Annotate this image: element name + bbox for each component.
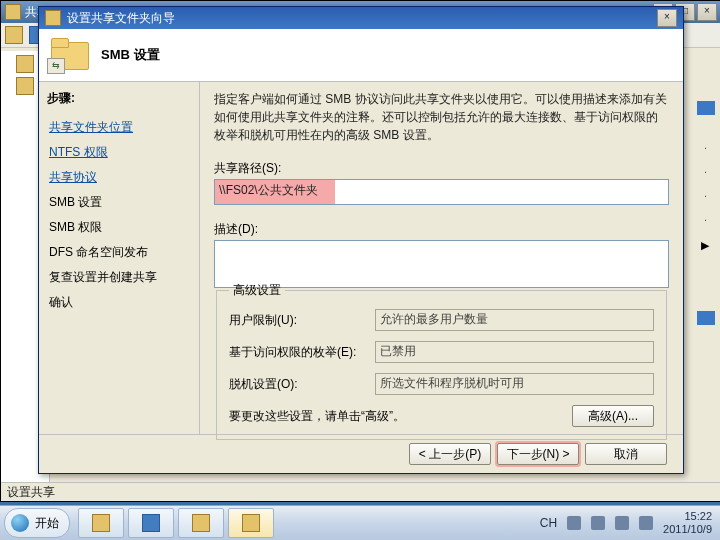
windows-orb-icon — [11, 514, 29, 532]
offline-value: 所选文件和程序脱机时可用 — [375, 373, 654, 395]
step-share-protocol[interactable]: 共享协议 — [47, 165, 195, 190]
action-dot: . — [704, 139, 707, 151]
offline-label: 脱机设置(O): — [229, 376, 369, 393]
abe-label: 基于访问权限的枚举(E): — [229, 344, 369, 361]
step-share-location[interactable]: 共享文件夹位置 — [47, 115, 195, 140]
advanced-settings-group: 高级设置 用户限制(U): 允许的最多用户数量 基于访问权限的枚举(E): 已禁… — [216, 282, 667, 440]
shared-folder-icon: ⇆ — [49, 38, 89, 72]
system-tray: CH 15:22 2011/10/9 — [540, 510, 720, 535]
action-dot: . — [704, 163, 707, 175]
explorer-icon — [92, 514, 110, 532]
step-confirm: 确认 — [47, 290, 195, 315]
ime-indicator[interactable]: CH — [540, 516, 557, 530]
close-button[interactable]: × — [697, 3, 717, 21]
wizard-step-heading: SMB 设置 — [101, 46, 160, 64]
action-dot: . — [704, 187, 707, 199]
wizard-steps-nav: 步骤: 共享文件夹位置 NTFS 权限 共享协议 SMB 设置 SMB 权限 D… — [39, 82, 200, 434]
tray-network-icon[interactable] — [591, 516, 605, 530]
tree-node-icon[interactable] — [16, 55, 34, 73]
share-mgmt-icon — [242, 514, 260, 532]
wizard-titlebar[interactable]: 设置共享文件夹向导 × — [39, 7, 683, 29]
action-dot: . — [704, 211, 707, 223]
taskbar-item-share-mgmt[interactable] — [228, 508, 274, 538]
description-label: 描述(D): — [214, 221, 669, 238]
advanced-button[interactable]: 高级(A)... — [572, 405, 654, 427]
taskbar-item-powershell[interactable] — [128, 508, 174, 538]
wizard-dialog-smb-settings: 设置共享文件夹向导 × ⇆ SMB 设置 步骤: 共享文件夹位置 NTFS 权限… — [38, 6, 684, 474]
step-smb-settings: SMB 设置 — [47, 190, 195, 215]
wizard-title-text: 设置共享文件夹向导 — [67, 10, 175, 27]
wizard-close-button[interactable]: × — [657, 9, 677, 27]
taskbar-item-server-manager[interactable] — [178, 508, 224, 538]
taskbar-clock[interactable]: 15:22 2011/10/9 — [663, 510, 712, 535]
step-review: 复查设置并创建共享 — [47, 265, 195, 290]
description-input[interactable] — [214, 240, 669, 288]
user-limit-value: 允许的最多用户数量 — [375, 309, 654, 331]
expand-indicator: ▶ — [701, 239, 709, 252]
taskbar-items — [78, 508, 274, 538]
tree-node-icon[interactable] — [16, 77, 34, 95]
clock-time: 15:22 — [663, 510, 712, 523]
step-ntfs-permissions[interactable]: NTFS 权限 — [47, 140, 195, 165]
parent-app-icon — [5, 4, 21, 20]
tray-volume-icon[interactable] — [615, 516, 629, 530]
actions-header — [697, 311, 715, 325]
tray-action-center-icon[interactable] — [639, 516, 653, 530]
back-button[interactable]: < 上一步(P) — [409, 443, 491, 465]
cancel-button[interactable]: 取消 — [585, 443, 667, 465]
toolbar-icon[interactable] — [5, 26, 23, 44]
taskbar-item-explorer[interactable] — [78, 508, 124, 538]
clock-date: 2011/10/9 — [663, 523, 712, 536]
server-manager-icon — [192, 514, 210, 532]
start-button[interactable]: 开始 — [4, 508, 70, 538]
actions-header — [697, 101, 715, 115]
advanced-settings-legend: 高级设置 — [229, 282, 285, 299]
share-path-label: 共享路径(S): — [214, 160, 669, 177]
share-path-field: \\FS02\公共文件夹 — [214, 179, 669, 205]
abe-value: 已禁用 — [375, 341, 654, 363]
taskbar: 开始 CH 15:22 2011/10/9 — [0, 505, 720, 540]
parent-right-pane: . . . . ▶ — [691, 51, 720, 491]
parent-statusbar: 设置共享 — [1, 482, 720, 501]
step-smb-permissions: SMB 权限 — [47, 215, 195, 240]
user-limit-label: 用户限制(U): — [229, 312, 369, 329]
instruction-text: 指定客户端如何通过 SMB 协议访问此共享文件夹以使用它。可以使用描述来添加有关… — [214, 90, 669, 144]
powershell-icon — [142, 514, 160, 532]
step-dfs-namespace: DFS 命名空间发布 — [47, 240, 195, 265]
share-overlay-icon: ⇆ — [47, 58, 65, 74]
advanced-note: 要更改这些设置，请单击“高级”。 — [229, 408, 405, 425]
steps-label: 步骤: — [47, 90, 195, 107]
wizard-title-icon — [45, 10, 61, 26]
next-button[interactable]: 下一步(N) > — [497, 443, 579, 465]
start-label: 开始 — [35, 515, 59, 532]
wizard-main-panel: 指定客户端如何通过 SMB 协议访问此共享文件夹以使用它。可以使用描述来添加有关… — [200, 82, 683, 434]
tray-icon[interactable] — [567, 516, 581, 530]
wizard-banner: ⇆ SMB 设置 — [39, 29, 683, 82]
